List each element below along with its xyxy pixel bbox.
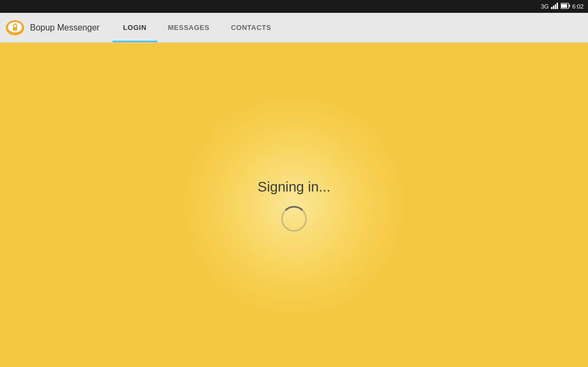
- clock: 6:02: [572, 3, 584, 10]
- svg-rect-3: [556, 3, 558, 9]
- svg-rect-2: [555, 4, 556, 9]
- tabs-container: LOGIN MESSAGES CONTACTS: [112, 13, 282, 42]
- network-indicator: 3G: [541, 3, 549, 10]
- nav-bar: Bopup Messenger LOGIN MESSAGES CONTACTS: [0, 13, 588, 43]
- app-title: Bopup Messenger: [30, 23, 100, 33]
- loading-spinner: [281, 206, 307, 232]
- tab-login[interactable]: LOGIN: [112, 13, 157, 42]
- battery-icon: [561, 2, 570, 11]
- svg-rect-0: [551, 7, 553, 9]
- signing-container: Signing in...: [258, 179, 330, 232]
- main-content: Signing in...: [0, 43, 588, 367]
- svg-rect-5: [561, 4, 567, 8]
- svg-rect-6: [569, 5, 570, 7]
- tab-contacts[interactable]: CONTACTS: [220, 13, 282, 42]
- app-logo: [4, 17, 26, 39]
- signing-text: Signing in...: [258, 179, 330, 195]
- svg-rect-9: [13, 27, 17, 30]
- signal-icon: [551, 2, 559, 11]
- tab-messages[interactable]: MESSAGES: [157, 13, 221, 42]
- status-bar: 3G 6:02: [0, 0, 588, 13]
- svg-rect-1: [553, 6, 554, 10]
